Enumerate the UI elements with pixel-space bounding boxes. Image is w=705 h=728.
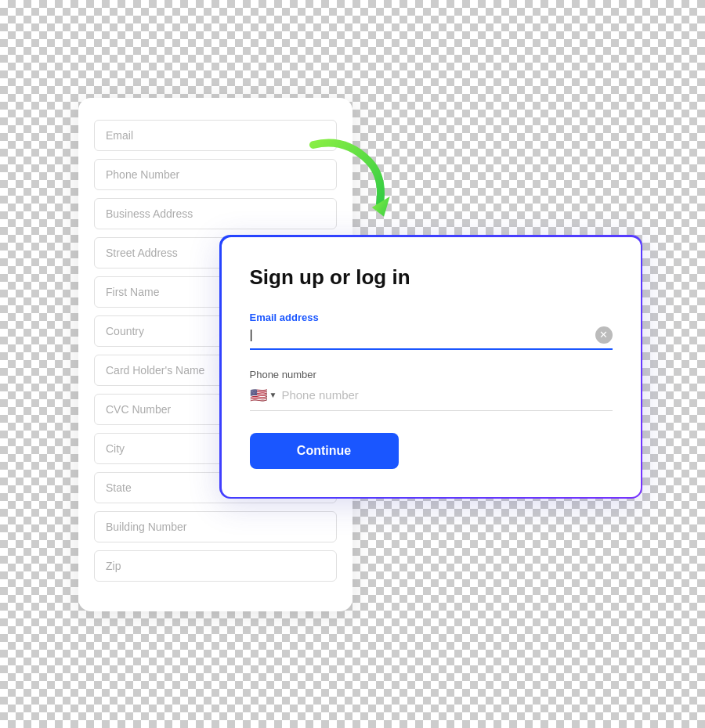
chevron-down-icon: ▼ [269,391,277,399]
email-label: Email address [250,312,613,323]
continue-label: Continue [297,444,351,457]
continue-button[interactable]: Continue [250,433,399,469]
email-input-row[interactable]: ✕ [250,326,613,350]
dialog-content: Sign up or log in Email address ✕ Phone … [222,237,641,497]
bg-field-building: Building Number [94,511,337,542]
email-input[interactable] [250,328,595,342]
flag-icon: 🇺🇸 [250,387,267,404]
bg-field-zip: Zip [94,550,337,582]
clear-email-button[interactable]: ✕ [595,326,613,344]
close-icon: ✕ [599,329,608,341]
country-code-selector[interactable]: 🇺🇸 ▼ [250,387,277,404]
dialog-title: Sign up or log in [250,265,613,290]
redirect-arrow [298,129,400,231]
phone-input-row[interactable]: 🇺🇸 ▼ Phone number [250,387,613,411]
login-dialog: Sign up or log in Email address ✕ Phone … [219,235,642,499]
phone-placeholder: Phone number [281,388,358,402]
phone-label: Phone number [250,369,613,380]
